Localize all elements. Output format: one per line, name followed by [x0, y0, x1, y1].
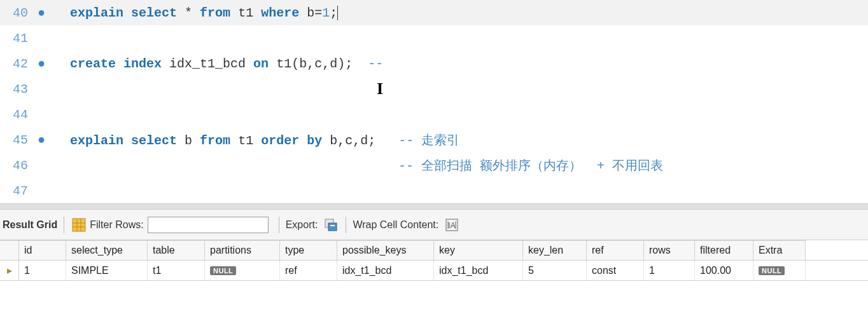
col-header-extra[interactable]: Extra [753, 240, 806, 260]
col-header-key[interactable]: key [434, 240, 523, 260]
line-number: 44 [0, 107, 32, 122]
table-row[interactable]: ▸ 1 SIMPLE t1 NULL ref idx_t1_bcd idx_t1… [0, 261, 868, 281]
toolbar-separator [279, 217, 279, 233]
wrap-cell-label: Wrap Cell Content: [353, 219, 438, 231]
row-handle[interactable]: ▸ [0, 261, 19, 280]
svg-rect-6 [328, 223, 337, 231]
col-header-filtered[interactable]: filtered [695, 240, 753, 260]
code-text[interactable]: explain select b from t1 order by b,c,d;… [70, 132, 459, 149]
editor-results-divider [0, 203, 868, 210]
toolbar-separator [346, 217, 346, 233]
svg-rect-0 [73, 219, 85, 231]
export-icon[interactable] [324, 218, 338, 232]
code-line[interactable]: 43 I [0, 76, 868, 102]
cell-key[interactable]: idx_t1_bcd [434, 261, 523, 280]
cell-partitions[interactable]: NULL [205, 261, 280, 280]
cell-table[interactable]: t1 [148, 261, 205, 280]
col-header-rows[interactable]: rows [644, 240, 695, 260]
filter-rows-label: Filter Rows: [90, 219, 143, 231]
result-grid-label: Result Grid [3, 219, 57, 231]
cell-filtered[interactable]: 100.00 [695, 261, 753, 280]
filter-rows-input[interactable] [148, 217, 269, 233]
cell-ref[interactable]: const [587, 261, 644, 280]
line-number: 40 [0, 6, 32, 20]
svg-rect-7 [330, 225, 335, 226]
cell-id[interactable]: 1 [19, 261, 66, 280]
grid-view-icon[interactable] [72, 218, 86, 232]
code-line[interactable]: 44 [0, 102, 868, 127]
result-grid[interactable]: id select_type table partitions type pos… [0, 240, 868, 281]
svg-text:IA: IA [449, 221, 456, 230]
result-toolbar: Result Grid Filter Rows: Export: Wrap Ce… [0, 210, 868, 240]
wrap-cell-icon[interactable]: IA [445, 218, 459, 232]
cell-possible-keys[interactable]: idx_t1_bcd [337, 261, 434, 280]
code-text[interactable]: -- 全部扫描 额外排序（内存） + 不用回表 [70, 157, 663, 174]
null-badge: NULL [759, 266, 785, 275]
code-text[interactable]: create index idx_t1_bcd on t1(b,c,d); -- [70, 57, 383, 71]
cell-extra[interactable]: NULL [753, 261, 806, 280]
breakpoint-marker[interactable]: ● [32, 57, 51, 71]
cell-type[interactable]: ref [280, 261, 337, 280]
line-number: 47 [0, 184, 32, 198]
cell-rows[interactable]: 1 [644, 261, 695, 280]
col-header-key-len[interactable]: key_len [523, 240, 587, 260]
col-header-ref[interactable]: ref [587, 240, 644, 260]
null-badge: NULL [210, 266, 236, 275]
sql-editor[interactable]: 40●explain select * from t1 where b=1;41… [0, 0, 868, 203]
line-number: 41 [0, 31, 32, 46]
code-text[interactable]: explain select * from t1 where b=1; [70, 6, 338, 20]
ibeam-cursor-icon: I [377, 79, 383, 98]
code-line[interactable]: 41 [0, 25, 868, 51]
toolbar-separator [64, 217, 64, 233]
row-handle-header [0, 240, 19, 260]
result-grid-header: id select_type table partitions type pos… [0, 240, 868, 261]
col-header-type[interactable]: type [280, 240, 337, 260]
code-line[interactable]: 40●explain select * from t1 where b=1; [0, 0, 868, 25]
code-line[interactable]: 47 [0, 178, 868, 203]
col-header-possible-keys[interactable]: possible_keys [337, 240, 434, 260]
breakpoint-marker[interactable]: ● [32, 6, 51, 20]
code-line[interactable]: 45●explain select b from t1 order by b,c… [0, 127, 868, 153]
breakpoint-marker[interactable]: ● [32, 133, 51, 147]
cell-select-type[interactable]: SIMPLE [66, 261, 148, 280]
code-line[interactable]: 42●create index idx_t1_bcd on t1(b,c,d);… [0, 51, 868, 76]
export-label: Export: [286, 219, 318, 231]
text-caret [337, 6, 338, 20]
line-number: 46 [0, 158, 32, 173]
col-header-select-type[interactable]: select_type [66, 240, 148, 260]
line-number: 45 [0, 133, 32, 147]
line-number: 43 [0, 82, 32, 97]
code-line[interactable]: 46 -- 全部扫描 额外排序（内存） + 不用回表 [0, 153, 868, 178]
col-header-table[interactable]: table [148, 240, 205, 260]
cell-key-len[interactable]: 5 [523, 261, 587, 280]
col-header-id[interactable]: id [19, 240, 66, 260]
line-number: 42 [0, 57, 32, 71]
code-text[interactable]: I [70, 79, 383, 98]
col-header-partitions[interactable]: partitions [205, 240, 280, 260]
